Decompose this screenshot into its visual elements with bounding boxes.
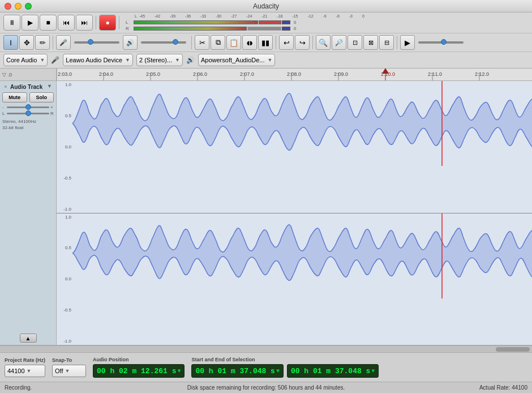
scrollbar-thumb[interactable] bbox=[496, 347, 530, 352]
mic-meter-button[interactable]: 🎤 bbox=[56, 35, 71, 50]
close-window-button[interactable] bbox=[5, 3, 11, 10]
track-controls: Mute Solo bbox=[2, 92, 54, 102]
snap-to-select[interactable]: Off ▼ bbox=[52, 365, 86, 377]
stop-button[interactable]: ■ bbox=[40, 15, 57, 31]
zoom-in-button[interactable]: 🔍 bbox=[316, 35, 331, 50]
y-label-2-n1: -1.0 bbox=[57, 339, 72, 344]
envelope-tool-button[interactable]: ✥ bbox=[19, 35, 34, 50]
ruler-svg: 2:03.0 2:04.0 2:05.0 2:06.0 2:07.0 2:08.… bbox=[57, 69, 532, 80]
y-label-1-n1: -1.0 bbox=[57, 207, 72, 212]
input-level-control bbox=[74, 41, 119, 44]
recording-device-select[interactable]: Leawo Audio Device ▼ bbox=[63, 54, 133, 66]
speaker-button[interactable]: 🔊 bbox=[123, 35, 138, 50]
svg-text:2:05.0: 2:05.0 bbox=[146, 71, 160, 77]
playback-speed-control bbox=[418, 41, 464, 44]
undo-button[interactable]: ↩ bbox=[279, 35, 294, 50]
audio-position-label: Audio Position bbox=[93, 357, 185, 362]
gain-slider-row: - + bbox=[2, 105, 54, 110]
track-close-button[interactable]: × bbox=[2, 83, 9, 90]
skip-back-button[interactable]: ⏮ bbox=[58, 15, 75, 31]
maximize-window-button[interactable] bbox=[25, 3, 32, 10]
waveform-area[interactable]: 1.0 0.5 0.0 -0.5 -1.0 bbox=[57, 81, 532, 345]
playback-device-value: Apowersoft_AudioDe... bbox=[201, 57, 265, 63]
pause-button[interactable]: ⏸ bbox=[3, 15, 20, 31]
audio-host-select[interactable]: Core Audio ▼ bbox=[3, 54, 48, 66]
channels-select[interactable]: 2 (Stereo)... ▼ bbox=[136, 54, 183, 66]
draw-tool-button[interactable]: ✏ bbox=[35, 35, 50, 50]
y-label-1-center: 0.0 bbox=[57, 144, 72, 149]
y-label-1-0: 1.0 bbox=[57, 82, 72, 87]
recording-device-value: Leawo Audio Device bbox=[66, 57, 122, 63]
pan-right-label: R bbox=[50, 111, 54, 116]
svg-text:2:11.0: 2:11.0 bbox=[428, 71, 442, 77]
speaker-icon: 🔊 bbox=[186, 56, 195, 64]
mute-button[interactable]: Mute bbox=[2, 92, 27, 102]
playback-device-select[interactable]: Apowersoft_AudioDe... ▼ bbox=[198, 54, 275, 66]
waveform-channel-1[interactable]: 1.0 0.5 0.0 -0.5 -1.0 bbox=[57, 81, 532, 213]
title-bar: Audacity bbox=[0, 0, 532, 12]
y-label-2-center: 0.0 bbox=[57, 276, 72, 281]
pan-slider-row: L R bbox=[2, 111, 54, 116]
y-label-2-05: 0.5 bbox=[57, 245, 72, 250]
selection-end-display[interactable]: 00 h 01 m 37.048 s ▼ bbox=[287, 364, 379, 378]
tools-sep-1 bbox=[53, 36, 53, 49]
select-tool-button[interactable]: I bbox=[3, 35, 18, 50]
ruler-track-label: ▽ .0 bbox=[0, 69, 57, 80]
tools-toolbar: I ✥ ✏ 🎤 🔊 ✂ ⧉ 📋 ◖◗ ▮▮ ↩ ↪ 🔍 🔎 ⊡ ⊠ bbox=[0, 33, 532, 52]
redo-button[interactable]: ↪ bbox=[295, 35, 310, 50]
paste-button[interactable]: 📋 bbox=[226, 35, 241, 50]
svg-rect-21 bbox=[72, 81, 532, 213]
record-button[interactable]: ● bbox=[99, 15, 116, 31]
ruler-content: 2:03.0 2:04.0 2:05.0 2:06.0 2:07.0 2:08.… bbox=[57, 69, 532, 80]
svg-text:2:06.0: 2:06.0 bbox=[193, 71, 207, 77]
audio-position-display[interactable]: 00 h 02 m 12.261 s ▼ bbox=[93, 364, 185, 378]
play-button[interactable]: ▶ bbox=[22, 15, 38, 31]
svg-text:2:10.0: 2:10.0 bbox=[381, 71, 395, 77]
audio-position-group: Audio Position 00 h 02 m 12.261 s ▼ bbox=[93, 357, 185, 378]
channels-arrow: ▼ bbox=[175, 57, 180, 63]
selection-times: 00 h 01 m 37.048 s ▼ 00 h 01 m 37.048 s … bbox=[191, 364, 379, 378]
gain-thumb[interactable] bbox=[25, 104, 31, 110]
zoom-out-button[interactable]: 🔎 bbox=[332, 35, 346, 50]
skip-fwd-button[interactable]: ⏭ bbox=[76, 15, 93, 31]
vu-meter: L -45-42-39-36-33-30-27-24-21-18-15-12-9… bbox=[126, 14, 366, 31]
status-disk-space: Disk space remaining for recording: 506 … bbox=[141, 385, 391, 391]
svg-text:2:04.0: 2:04.0 bbox=[99, 71, 113, 77]
waveform-channel-2[interactable]: 1.0 0.5 0.0 -0.5 -1.0 bbox=[57, 213, 532, 345]
zoom-sel-button[interactable]: ⊠ bbox=[363, 35, 378, 50]
svg-text:2:09.0: 2:09.0 bbox=[334, 71, 348, 77]
pan-thumb[interactable] bbox=[25, 110, 31, 116]
project-rate-label: Project Rate (Hz) bbox=[5, 357, 45, 363]
silence-button[interactable]: ▮▮ bbox=[258, 35, 273, 50]
snap-to-group: Snap-To Off ▼ bbox=[52, 357, 86, 377]
cut-button[interactable]: ✂ bbox=[195, 35, 209, 50]
pan-slider[interactable] bbox=[7, 113, 49, 114]
selection-start-value: 00 h 01 m 37.048 s bbox=[195, 367, 274, 375]
selection-start-display[interactable]: 00 h 01 m 37.048 s ▼ bbox=[191, 364, 283, 378]
y-axis-1: 1.0 0.5 0.0 -0.5 -1.0 bbox=[57, 81, 72, 213]
copy-button[interactable]: ⧉ bbox=[211, 35, 225, 50]
solo-button[interactable]: Solo bbox=[29, 92, 54, 102]
project-rate-select[interactable]: 44100 ▼ bbox=[5, 365, 45, 377]
transport-toolbar: ⏸ ▶ ■ ⏮ ⏭ ● L -45-42-39-36-33-30-27-24-2… bbox=[0, 12, 532, 33]
horizontal-scrollbar[interactable] bbox=[0, 345, 532, 352]
minimize-window-button[interactable] bbox=[15, 3, 22, 10]
track-name: Audio Track bbox=[9, 84, 47, 90]
playhead-value-label: ▽ .0 bbox=[2, 72, 12, 78]
gain-minus-label: - bbox=[2, 105, 6, 110]
zoom-out2-button[interactable]: ⊟ bbox=[379, 35, 394, 50]
play-at-speed-button[interactable]: ▶ bbox=[400, 35, 415, 50]
gain-slider[interactable] bbox=[7, 106, 49, 108]
svg-text:2:08.0: 2:08.0 bbox=[287, 71, 301, 77]
zoom-fit-button[interactable]: ⊡ bbox=[347, 35, 362, 50]
toolbar-separator-2 bbox=[119, 16, 119, 29]
trim-button[interactable]: ◖◗ bbox=[242, 35, 257, 50]
toolbar-area: ⏸ ▶ ■ ⏮ ⏭ ● L -45-42-39-36-33-30-27-24-2… bbox=[0, 12, 532, 69]
audio-position-value: 00 h 02 m 12.261 s bbox=[97, 367, 176, 375]
tools-sep-2 bbox=[191, 36, 192, 49]
status-recording: Recording. bbox=[5, 385, 130, 391]
track-collapse-button[interactable]: ▲ bbox=[2, 334, 54, 343]
timeline-ruler[interactable]: ▽ .0 2:03.0 2:04.0 2:05.0 2:06.0 2:07.0 bbox=[0, 69, 532, 81]
gain-plus-label: + bbox=[50, 105, 54, 110]
track-menu-button[interactable]: ▼ bbox=[47, 83, 54, 90]
